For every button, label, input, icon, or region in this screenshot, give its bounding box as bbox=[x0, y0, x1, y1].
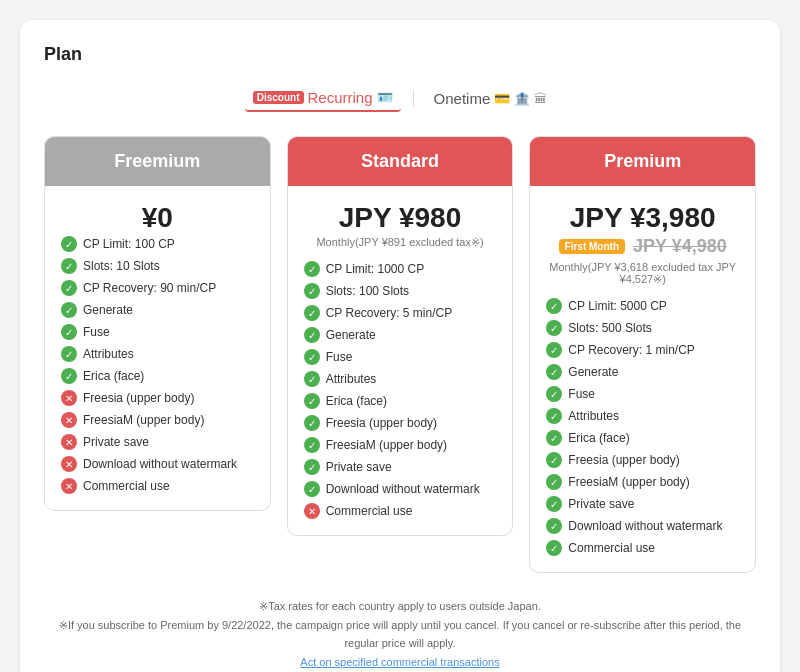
plan-price-main-premium: JPY ¥3,980 bbox=[546, 202, 739, 234]
footer-notes: ※Tax rates for each country apply to use… bbox=[44, 597, 756, 672]
cross-icon: ✕ bbox=[61, 456, 77, 472]
check-icon: ✓ bbox=[304, 459, 320, 475]
list-item: ✓Generate bbox=[304, 327, 497, 343]
commercial-transactions-link[interactable]: Act on specified commercial transactions bbox=[300, 656, 499, 668]
check-icon: ✓ bbox=[304, 393, 320, 409]
recurring-label: Recurring bbox=[308, 89, 373, 106]
first-month-badge-premium: First Month bbox=[559, 239, 625, 254]
check-icon: ✓ bbox=[546, 518, 562, 534]
feature-label: Slots: 100 Slots bbox=[326, 284, 409, 298]
tab-onetime[interactable]: Onetime 💳 🏦 🏛 bbox=[426, 86, 556, 111]
plan-card-freemium: Freemium¥0✓CP Limit: 100 CP✓Slots: 10 Sl… bbox=[44, 136, 271, 511]
check-icon: ✓ bbox=[304, 261, 320, 277]
onetime-label: Onetime bbox=[434, 90, 491, 107]
feature-list-standard: ✓CP Limit: 1000 CP✓Slots: 100 Slots✓CP R… bbox=[304, 261, 497, 519]
check-icon: ✓ bbox=[61, 302, 77, 318]
feature-label: Download without watermark bbox=[83, 457, 237, 471]
tab-divider bbox=[413, 90, 414, 108]
list-item: ✓FreesiaM (upper body) bbox=[304, 437, 497, 453]
check-icon: ✓ bbox=[546, 342, 562, 358]
list-item: ✕Commercial use bbox=[304, 503, 497, 519]
feature-label: Download without watermark bbox=[568, 519, 722, 533]
cross-icon: ✕ bbox=[61, 390, 77, 406]
list-item: ✓Slots: 10 Slots bbox=[61, 258, 254, 274]
plan-body-standard: JPY ¥980Monthly(JPY ¥891 excluded tax※)✓… bbox=[288, 186, 513, 535]
plan-price-sub-standard: Monthly(JPY ¥891 excluded tax※) bbox=[304, 236, 497, 249]
cross-icon: ✕ bbox=[61, 412, 77, 428]
feature-label: FreesiaM (upper body) bbox=[568, 475, 689, 489]
cross-icon: ✕ bbox=[304, 503, 320, 519]
list-item: ✓Attributes bbox=[546, 408, 739, 424]
list-item: ✓Attributes bbox=[304, 371, 497, 387]
feature-label: CP Recovery: 1 min/CP bbox=[568, 343, 695, 357]
feature-label: Freesia (upper body) bbox=[83, 391, 194, 405]
footer-note1: ※Tax rates for each country apply to use… bbox=[44, 597, 756, 616]
check-icon: ✓ bbox=[304, 327, 320, 343]
check-icon: ✓ bbox=[61, 324, 77, 340]
feature-label: Commercial use bbox=[568, 541, 655, 555]
list-item: ✕Download without watermark bbox=[61, 456, 254, 472]
feature-label: Download without watermark bbox=[326, 482, 480, 496]
feature-label: Slots: 500 Slots bbox=[568, 321, 651, 335]
check-icon: ✓ bbox=[546, 496, 562, 512]
list-item: ✓Erica (face) bbox=[61, 368, 254, 384]
feature-label: Generate bbox=[83, 303, 133, 317]
check-icon: ✓ bbox=[546, 364, 562, 380]
list-item: ✓Private save bbox=[546, 496, 739, 512]
check-icon: ✓ bbox=[546, 298, 562, 314]
footer-note2: ※If you subscribe to Premium by 9/22/202… bbox=[44, 616, 756, 653]
list-item: ✓CP Recovery: 1 min/CP bbox=[546, 342, 739, 358]
feature-label: FreesiaM (upper body) bbox=[326, 438, 447, 452]
feature-label: CP Limit: 100 CP bbox=[83, 237, 175, 251]
list-item: ✓CP Recovery: 90 min/CP bbox=[61, 280, 254, 296]
feature-label: Fuse bbox=[326, 350, 353, 364]
plan-price-main-freemium: ¥0 bbox=[61, 202, 254, 234]
cross-icon: ✕ bbox=[61, 478, 77, 494]
plan-badge-row-premium: First MonthJPY ¥4,980 bbox=[546, 236, 739, 257]
feature-label: FreesiaM (upper body) bbox=[83, 413, 204, 427]
tab-row: Discount Recurring 🪪 Onetime 💳 🏦 🏛 bbox=[44, 85, 756, 112]
feature-label: CP Limit: 1000 CP bbox=[326, 262, 425, 276]
check-icon: ✓ bbox=[61, 346, 77, 362]
feature-label: Fuse bbox=[568, 387, 595, 401]
list-item: ✓Freesia (upper body) bbox=[304, 415, 497, 431]
check-icon: ✓ bbox=[304, 349, 320, 365]
feature-label: Erica (face) bbox=[568, 431, 629, 445]
check-icon: ✓ bbox=[304, 481, 320, 497]
list-item: ✓Fuse bbox=[304, 349, 497, 365]
plan-body-premium: JPY ¥3,980First MonthJPY ¥4,980Monthly(J… bbox=[530, 186, 755, 572]
check-icon: ✓ bbox=[546, 430, 562, 446]
feature-label: Fuse bbox=[83, 325, 110, 339]
feature-list-freemium: ✓CP Limit: 100 CP✓Slots: 10 Slots✓CP Rec… bbox=[61, 236, 254, 494]
plan-header-standard: Standard bbox=[288, 137, 513, 186]
list-item: ✓CP Limit: 5000 CP bbox=[546, 298, 739, 314]
plan-body-freemium: ¥0✓CP Limit: 100 CP✓Slots: 10 Slots✓CP R… bbox=[45, 186, 270, 510]
check-icon: ✓ bbox=[304, 415, 320, 431]
feature-label: Attributes bbox=[83, 347, 134, 361]
list-item: ✓Fuse bbox=[61, 324, 254, 340]
check-icon: ✓ bbox=[546, 408, 562, 424]
list-item: ✓Download without watermark bbox=[546, 518, 739, 534]
bank-icon: 🏛 bbox=[534, 91, 547, 106]
plan-price-strike-premium: JPY ¥4,980 bbox=[633, 236, 727, 257]
check-icon: ✓ bbox=[61, 280, 77, 296]
list-item: ✓Private save bbox=[304, 459, 497, 475]
feature-label: CP Recovery: 5 min/CP bbox=[326, 306, 453, 320]
check-icon: ✓ bbox=[304, 437, 320, 453]
check-icon: ✓ bbox=[546, 320, 562, 336]
list-item: ✓Generate bbox=[546, 364, 739, 380]
discount-badge: Discount bbox=[253, 91, 304, 104]
list-item: ✓Erica (face) bbox=[546, 430, 739, 446]
feature-label: Erica (face) bbox=[326, 394, 387, 408]
tab-recurring[interactable]: Discount Recurring 🪪 bbox=[245, 85, 401, 112]
list-item: ✓Freesia (upper body) bbox=[546, 452, 739, 468]
check-icon: ✓ bbox=[304, 305, 320, 321]
plan-header-premium: Premium bbox=[530, 137, 755, 186]
feature-label: CP Recovery: 90 min/CP bbox=[83, 281, 216, 295]
check-icon: ✓ bbox=[546, 540, 562, 556]
card-icon2: 💳 bbox=[494, 91, 510, 106]
feature-label: Private save bbox=[568, 497, 634, 511]
feature-label: Slots: 10 Slots bbox=[83, 259, 160, 273]
list-item: ✓Slots: 500 Slots bbox=[546, 320, 739, 336]
feature-label: Private save bbox=[83, 435, 149, 449]
